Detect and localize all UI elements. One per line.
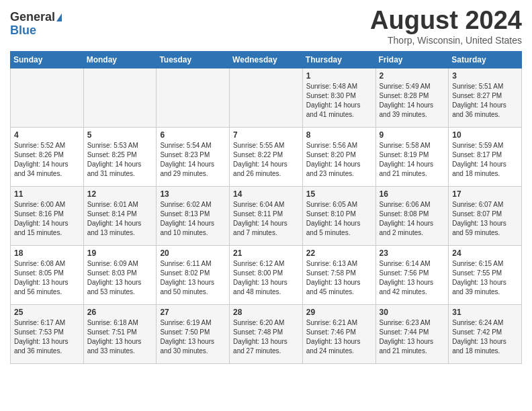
date-number: 26 (87, 308, 153, 317)
calendar-cell: 17Sunrise: 6:07 AM Sunset: 8:07 PM Dayli… (449, 186, 522, 245)
date-number: 12 (87, 189, 153, 199)
calendar-cell: 20Sunrise: 6:11 AM Sunset: 8:02 PM Dayli… (157, 245, 230, 304)
date-number: 4 (14, 130, 80, 140)
date-number: 19 (87, 248, 153, 258)
cell-content: Sunrise: 5:55 AM Sunset: 8:22 PM Dayligh… (233, 141, 299, 179)
calendar-cell: 14Sunrise: 6:04 AM Sunset: 8:11 PM Dayli… (230, 186, 303, 245)
cell-content: Sunrise: 6:09 AM Sunset: 8:03 PM Dayligh… (87, 259, 153, 297)
calendar-cell: 5Sunrise: 5:53 AM Sunset: 8:25 PM Daylig… (83, 127, 157, 186)
title-block: August 2024 Thorp, Wisconsin, United Sta… (370, 7, 522, 46)
calendar-cell: 10Sunrise: 5:59 AM Sunset: 8:17 PM Dayli… (449, 127, 522, 186)
logo-general: General (10, 10, 55, 24)
calendar-cell: 6Sunrise: 5:54 AM Sunset: 8:23 PM Daylig… (157, 127, 230, 186)
page: General Blue August 2024 Thorp, Wisconsi… (0, 0, 532, 374)
cell-content: Sunrise: 6:02 AM Sunset: 8:13 PM Dayligh… (160, 200, 226, 238)
cell-content: Sunrise: 6:01 AM Sunset: 8:14 PM Dayligh… (87, 200, 153, 238)
cell-content: Sunrise: 5:52 AM Sunset: 8:26 PM Dayligh… (14, 141, 80, 179)
cell-content: Sunrise: 6:20 AM Sunset: 7:48 PM Dayligh… (233, 318, 299, 356)
cell-content: Sunrise: 6:17 AM Sunset: 7:53 PM Dayligh… (14, 318, 80, 356)
month-title: August 2024 (370, 7, 522, 35)
date-number: 8 (306, 130, 372, 140)
weekday-header-friday: Friday (375, 51, 449, 68)
date-number: 30 (380, 308, 445, 317)
cell-content: Sunrise: 6:11 AM Sunset: 8:02 PM Dayligh… (160, 259, 226, 297)
cell-content: Sunrise: 6:06 AM Sunset: 8:08 PM Dayligh… (380, 200, 445, 238)
cell-content: Sunrise: 6:12 AM Sunset: 8:00 PM Dayligh… (233, 259, 299, 297)
weekday-header-thursday: Thursday (302, 51, 375, 68)
weekday-header-sunday: Sunday (11, 51, 84, 68)
calendar-cell: 15Sunrise: 6:05 AM Sunset: 8:10 PM Dayli… (302, 186, 375, 245)
date-number: 14 (233, 189, 299, 199)
date-number: 13 (160, 189, 226, 199)
header: General Blue August 2024 Thorp, Wisconsi… (10, 7, 522, 46)
cell-content: Sunrise: 6:21 AM Sunset: 7:46 PM Dayligh… (306, 318, 372, 356)
weekday-header-tuesday: Tuesday (157, 51, 230, 68)
cell-content: Sunrise: 5:56 AM Sunset: 8:20 PM Dayligh… (306, 141, 372, 179)
calendar-cell: 16Sunrise: 6:06 AM Sunset: 8:08 PM Dayli… (375, 186, 449, 245)
date-number: 27 (160, 308, 226, 317)
calendar-row: 25Sunrise: 6:17 AM Sunset: 7:53 PM Dayli… (11, 304, 522, 363)
cell-content: Sunrise: 5:53 AM Sunset: 8:25 PM Dayligh… (87, 141, 153, 179)
location: Thorp, Wisconsin, United States (370, 35, 522, 46)
cell-content: Sunrise: 5:51 AM Sunset: 8:27 PM Dayligh… (452, 82, 518, 120)
calendar-cell: 2Sunrise: 5:49 AM Sunset: 8:28 PM Daylig… (375, 68, 449, 127)
calendar-row: 11Sunrise: 6:00 AM Sunset: 8:16 PM Dayli… (11, 186, 522, 245)
calendar-cell (157, 68, 230, 127)
date-number: 6 (160, 130, 226, 140)
calendar-cell: 22Sunrise: 6:13 AM Sunset: 7:58 PM Dayli… (302, 245, 375, 304)
cell-content: Sunrise: 5:54 AM Sunset: 8:23 PM Dayligh… (160, 141, 226, 179)
cell-content: Sunrise: 6:07 AM Sunset: 8:07 PM Dayligh… (452, 200, 518, 238)
cell-content: Sunrise: 6:18 AM Sunset: 7:51 PM Dayligh… (87, 318, 153, 356)
cell-content: Sunrise: 6:05 AM Sunset: 8:10 PM Dayligh… (306, 200, 372, 238)
calendar-cell: 29Sunrise: 6:21 AM Sunset: 7:46 PM Dayli… (302, 304, 375, 363)
calendar-cell: 27Sunrise: 6:19 AM Sunset: 7:50 PM Dayli… (157, 304, 230, 363)
cell-content: Sunrise: 6:23 AM Sunset: 7:44 PM Dayligh… (380, 318, 445, 356)
cell-content: Sunrise: 6:15 AM Sunset: 7:55 PM Dayligh… (452, 259, 518, 297)
calendar-cell: 11Sunrise: 6:00 AM Sunset: 8:16 PM Dayli… (11, 186, 84, 245)
logo: General Blue (10, 11, 62, 38)
date-number: 20 (160, 248, 226, 258)
date-number: 15 (306, 189, 372, 199)
date-number: 28 (233, 308, 299, 317)
logo-triangle-icon (56, 13, 62, 21)
cell-content: Sunrise: 6:19 AM Sunset: 7:50 PM Dayligh… (160, 318, 226, 356)
date-number: 22 (306, 248, 372, 258)
date-number: 10 (452, 130, 518, 140)
date-number: 25 (14, 308, 80, 317)
calendar-cell (83, 68, 157, 127)
cell-content: Sunrise: 6:04 AM Sunset: 8:11 PM Dayligh… (233, 200, 299, 238)
date-number: 1 (306, 71, 372, 81)
date-number: 9 (380, 130, 445, 140)
calendar-cell: 23Sunrise: 6:14 AM Sunset: 7:56 PM Dayli… (375, 245, 449, 304)
calendar-cell: 26Sunrise: 6:18 AM Sunset: 7:51 PM Dayli… (83, 304, 157, 363)
cell-content: Sunrise: 6:08 AM Sunset: 8:05 PM Dayligh… (14, 259, 80, 297)
date-number: 3 (452, 71, 518, 81)
calendar-row: 4Sunrise: 5:52 AM Sunset: 8:26 PM Daylig… (11, 127, 522, 186)
calendar-table: SundayMondayTuesdayWednesdayThursdayFrid… (10, 51, 522, 364)
calendar-cell: 9Sunrise: 5:58 AM Sunset: 8:19 PM Daylig… (375, 127, 449, 186)
date-number: 16 (380, 189, 445, 199)
calendar-cell: 30Sunrise: 6:23 AM Sunset: 7:44 PM Dayli… (375, 304, 449, 363)
cell-content: Sunrise: 5:59 AM Sunset: 8:17 PM Dayligh… (452, 141, 518, 179)
calendar-cell: 1Sunrise: 5:48 AM Sunset: 8:30 PM Daylig… (302, 68, 375, 127)
calendar-cell: 12Sunrise: 6:01 AM Sunset: 8:14 PM Dayli… (83, 186, 157, 245)
cell-content: Sunrise: 5:48 AM Sunset: 8:30 PM Dayligh… (306, 82, 372, 120)
date-number: 18 (14, 248, 80, 258)
weekday-header-monday: Monday (83, 51, 157, 68)
date-number: 2 (380, 71, 445, 81)
date-number: 7 (233, 130, 299, 140)
logo-text: General Blue (10, 11, 62, 38)
date-number: 11 (14, 189, 80, 199)
cell-content: Sunrise: 6:00 AM Sunset: 8:16 PM Dayligh… (14, 200, 80, 238)
calendar-cell: 21Sunrise: 6:12 AM Sunset: 8:00 PM Dayli… (230, 245, 303, 304)
date-number: 23 (380, 248, 445, 258)
calendar-cell: 31Sunrise: 6:24 AM Sunset: 7:42 PM Dayli… (449, 304, 522, 363)
calendar-cell: 24Sunrise: 6:15 AM Sunset: 7:55 PM Dayli… (449, 245, 522, 304)
calendar-cell: 4Sunrise: 5:52 AM Sunset: 8:26 PM Daylig… (11, 127, 84, 186)
calendar-cell: 25Sunrise: 6:17 AM Sunset: 7:53 PM Dayli… (11, 304, 84, 363)
cell-content: Sunrise: 5:49 AM Sunset: 8:28 PM Dayligh… (380, 82, 445, 120)
calendar-cell (11, 68, 84, 127)
cell-content: Sunrise: 5:58 AM Sunset: 8:19 PM Dayligh… (380, 141, 445, 179)
calendar-cell: 7Sunrise: 5:55 AM Sunset: 8:22 PM Daylig… (230, 127, 303, 186)
logo-blue: Blue (10, 24, 36, 37)
